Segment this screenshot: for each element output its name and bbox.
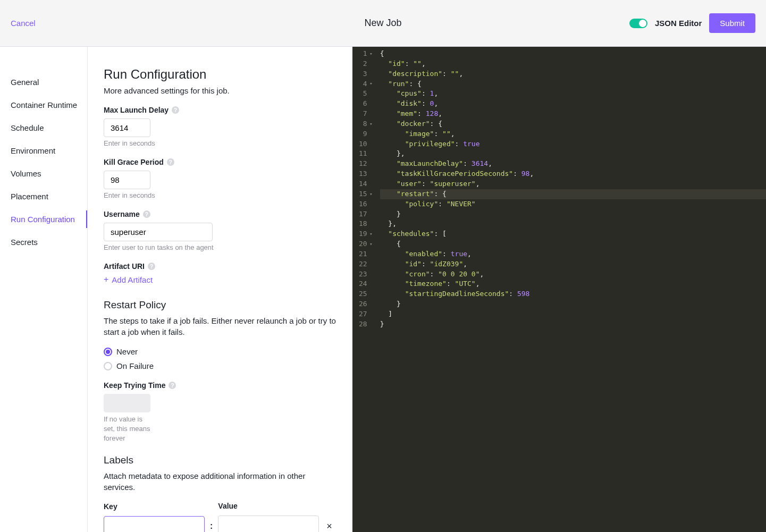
help-icon[interactable]: ? [172, 106, 179, 114]
form-subtitle: More advanced settings for this job. [104, 86, 336, 95]
restart-never-label: Never [116, 347, 138, 356]
sidebar-item-container-runtime[interactable]: Container Runtime [0, 96, 87, 114]
form-panel: Run Configuration More advanced settings… [88, 47, 352, 532]
keep-trying-time-label: Keep Trying Time ? [104, 381, 336, 390]
sidebar-item-schedule[interactable]: Schedule [0, 119, 87, 137]
plus-icon: + [104, 275, 108, 284]
remove-label-button[interactable]: × [324, 521, 334, 532]
sidebar-item-general[interactable]: General [0, 73, 87, 91]
restart-policy-desc: The steps to take if a job fails. Either… [104, 315, 336, 337]
max-launch-delay-hint: Enter in seconds [104, 139, 336, 147]
restart-policy-title: Restart Policy [104, 299, 336, 311]
help-icon[interactable]: ? [167, 158, 174, 166]
labels-desc: Attach metadata to expose additional inf… [104, 470, 336, 493]
colon: : [210, 521, 213, 531]
sidebar-item-placement[interactable]: Placement [0, 188, 87, 205]
keep-trying-time-hint: If no value is set, this means forever [104, 415, 151, 444]
kill-grace-period-input[interactable] [104, 171, 150, 189]
submit-button[interactable]: Submit [709, 13, 755, 33]
sidebar-item-run-configuration[interactable]: Run Configuration [0, 210, 87, 228]
username-input[interactable] [104, 223, 213, 241]
cancel-button[interactable]: Cancel [11, 19, 36, 28]
page-title: New Job [259, 18, 507, 29]
artifact-uri-label: Artifact URI ? [104, 262, 336, 271]
form-title: Run Configuration [104, 67, 336, 82]
sidebar: General Container Runtime Schedule Envir… [0, 47, 88, 532]
labels-key-header: Key [104, 502, 117, 511]
help-icon[interactable]: ? [169, 382, 176, 389]
username-label: Username ? [104, 210, 336, 218]
restart-on-failure-label: On Failure [116, 361, 154, 370]
restart-on-failure-radio[interactable] [104, 362, 112, 370]
max-launch-delay-input[interactable] [104, 119, 150, 137]
json-editor-panel[interactable]: 1▾ 2 3 4▾ 5 6 7 8▾ 9 10 11 12 13 14 15▾ … [352, 47, 766, 532]
json-editor-label: JSON Editor [655, 19, 702, 28]
max-launch-delay-label: Max Launch Delay ? [104, 106, 336, 114]
header: Cancel New Job JSON Editor Submit [0, 0, 766, 47]
sidebar-item-volumes[interactable]: Volumes [0, 165, 87, 182]
username-hint: Enter user to run tasks on the agent [104, 243, 336, 251]
label-value-input[interactable] [218, 516, 319, 532]
label-key-input[interactable] [104, 516, 205, 532]
keep-trying-time-input[interactable] [104, 394, 150, 412]
help-icon[interactable]: ? [148, 263, 155, 270]
help-icon[interactable]: ? [143, 210, 150, 218]
restart-never-radio[interactable] [104, 348, 112, 356]
code-area[interactable]: { "id": "", "description": "", "run": { … [377, 47, 766, 532]
json-editor-toggle[interactable] [629, 19, 647, 28]
kill-grace-period-label: Kill Grace Period ? [104, 158, 336, 166]
kill-grace-period-hint: Enter in seconds [104, 191, 336, 199]
gutter: 1▾ 2 3 4▾ 5 6 7 8▾ 9 10 11 12 13 14 15▾ … [352, 47, 377, 532]
labels-title: Labels [104, 454, 336, 466]
sidebar-item-secrets[interactable]: Secrets [0, 233, 87, 251]
sidebar-item-environment[interactable]: Environment [0, 142, 87, 159]
labels-value-header: Value [218, 502, 319, 510]
add-artifact-button[interactable]: + Add Artifact [104, 275, 336, 284]
